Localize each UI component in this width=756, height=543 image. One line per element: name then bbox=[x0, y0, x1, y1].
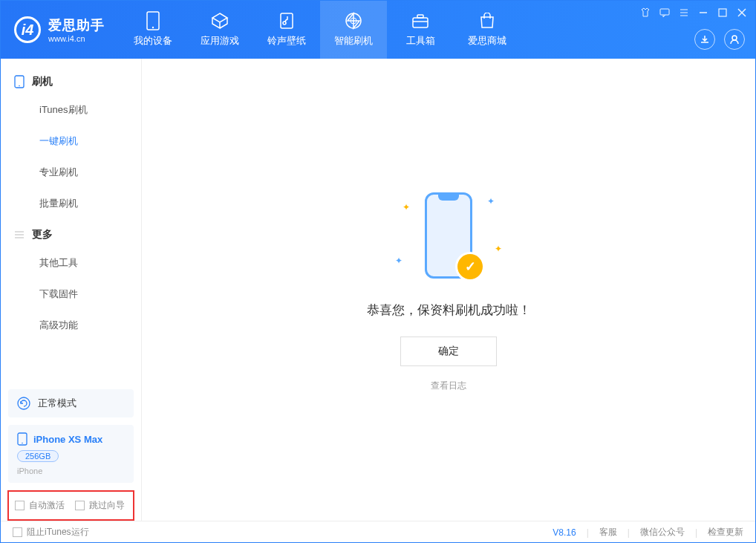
app-title: 爱思助手 bbox=[48, 16, 105, 34]
svg-point-18 bbox=[19, 85, 20, 87]
svg-point-22 bbox=[18, 397, 30, 409]
mode-label: 正常模式 bbox=[38, 397, 76, 410]
logo[interactable]: i4 爱思助手 www.i4.cn bbox=[1, 16, 120, 43]
toolbox-icon bbox=[411, 12, 429, 30]
checkbox-block-itunes[interactable]: 阻止iTunes运行 bbox=[13, 526, 89, 539]
phone-icon bbox=[14, 75, 25, 88]
header-actions bbox=[694, 29, 745, 50]
download-button[interactable] bbox=[694, 29, 715, 50]
footer-link-wechat[interactable]: 微信公众号 bbox=[640, 526, 685, 539]
footer-link-service[interactable]: 客服 bbox=[599, 526, 617, 539]
store-icon bbox=[478, 12, 496, 30]
checkbox-icon bbox=[15, 501, 25, 510]
sparkle-icon: ✦ bbox=[395, 256, 403, 266]
device-name: iPhone XS Max bbox=[33, 434, 102, 445]
device-card[interactable]: iPhone XS Max 256GB iPhone bbox=[8, 425, 134, 483]
sidebar-section-more: 更多 bbox=[1, 219, 141, 247]
window-controls bbox=[639, 7, 748, 19]
nav-apps-games[interactable]: 应用游戏 bbox=[186, 1, 253, 59]
list-icon bbox=[14, 230, 25, 240]
nav-toolbox[interactable]: 工具箱 bbox=[387, 1, 454, 59]
sidebar-item-batch-flash[interactable]: 批量刷机 bbox=[1, 188, 141, 219]
checkbox-skip-guide[interactable]: 跳过向导 bbox=[75, 499, 125, 512]
phone-icon bbox=[17, 432, 27, 446]
sidebar-item-oneclick-flash[interactable]: 一键刷机 bbox=[1, 126, 141, 157]
mode-card[interactable]: 正常模式 bbox=[8, 389, 134, 417]
checkbox-auto-activate[interactable]: 自动激活 bbox=[15, 499, 65, 512]
sparkle-icon: ✦ bbox=[487, 196, 495, 207]
view-log-link[interactable]: 查看日志 bbox=[431, 380, 466, 392]
footer-link-update[interactable]: 检查更新 bbox=[708, 526, 743, 539]
svg-rect-5 bbox=[413, 18, 428, 27]
device-capacity-badge: 256GB bbox=[17, 450, 59, 462]
refresh-icon bbox=[17, 397, 30, 410]
checkbox-icon bbox=[75, 501, 85, 510]
feedback-icon[interactable] bbox=[659, 7, 671, 19]
sparkle-icon: ✦ bbox=[403, 202, 410, 212]
ok-button[interactable]: 确定 bbox=[400, 336, 497, 366]
nav-store[interactable]: 爱思商城 bbox=[454, 1, 521, 59]
sidebar-item-download-firmware[interactable]: 下载固件 bbox=[1, 279, 141, 310]
success-message: 恭喜您，保资料刷机成功啦！ bbox=[367, 302, 531, 319]
sidebar-item-advanced[interactable]: 高级功能 bbox=[1, 310, 141, 341]
sidebar: 刷机 iTunes刷机 一键刷机 专业刷机 批量刷机 更多 其他工具 下载固件 … bbox=[1, 59, 142, 521]
nav-smart-flash[interactable]: 智能刷机 bbox=[320, 1, 387, 59]
checkbox-icon bbox=[13, 527, 22, 537]
footer: 阻止iTunes运行 V8.16 | 客服 | 微信公众号 | 检查更新 bbox=[1, 521, 755, 543]
success-illustration: ✦ ✦ ✦ ✦ ✓ bbox=[389, 187, 508, 284]
main-nav: 我的设备 应用游戏 铃声壁纸 智能刷机 工具箱 爱思商城 bbox=[120, 1, 521, 59]
svg-point-24 bbox=[22, 443, 23, 444]
sidebar-item-pro-flash[interactable]: 专业刷机 bbox=[1, 157, 141, 188]
sidebar-item-itunes-flash[interactable]: iTunes刷机 bbox=[1, 94, 141, 126]
maximize-button[interactable] bbox=[717, 7, 729, 19]
sparkle-icon: ✦ bbox=[495, 244, 502, 254]
svg-point-1 bbox=[152, 27, 154, 28]
ringtone-icon bbox=[278, 12, 296, 30]
main-content: ✦ ✦ ✦ ✦ ✓ 恭喜您，保资料刷机成功啦！ 确定 查看日志 bbox=[142, 59, 755, 521]
close-button[interactable] bbox=[736, 7, 748, 19]
app-header: i4 爱思助手 www.i4.cn 我的设备 应用游戏 铃声壁纸 智能刷机 工具… bbox=[1, 1, 755, 59]
device-type-label: iPhone bbox=[17, 466, 125, 475]
logo-icon: i4 bbox=[14, 16, 41, 43]
svg-rect-2 bbox=[281, 13, 293, 28]
menu-icon[interactable] bbox=[678, 7, 690, 19]
sidebar-section-flash: 刷机 bbox=[1, 66, 141, 94]
svg-rect-8 bbox=[660, 9, 669, 15]
version-label: V8.16 bbox=[553, 527, 576, 538]
apps-icon bbox=[211, 12, 229, 30]
check-badge-icon: ✓ bbox=[457, 254, 483, 279]
app-url: www.i4.cn bbox=[48, 34, 105, 43]
nav-ringtone-wallpaper[interactable]: 铃声壁纸 bbox=[253, 1, 320, 59]
device-icon bbox=[144, 12, 162, 30]
svg-rect-13 bbox=[719, 9, 726, 16]
tshirt-icon[interactable] bbox=[639, 7, 651, 19]
flash-options-highlight: 自动激活 跳过向导 bbox=[7, 490, 134, 521]
sidebar-item-other-tools[interactable]: 其他工具 bbox=[1, 247, 141, 279]
user-button[interactable] bbox=[724, 29, 745, 50]
flash-icon bbox=[345, 12, 362, 30]
svg-point-3 bbox=[283, 22, 286, 25]
nav-my-device[interactable]: 我的设备 bbox=[120, 1, 186, 59]
svg-rect-6 bbox=[417, 15, 423, 18]
minimize-button[interactable] bbox=[697, 7, 709, 19]
svg-point-16 bbox=[732, 36, 737, 40]
